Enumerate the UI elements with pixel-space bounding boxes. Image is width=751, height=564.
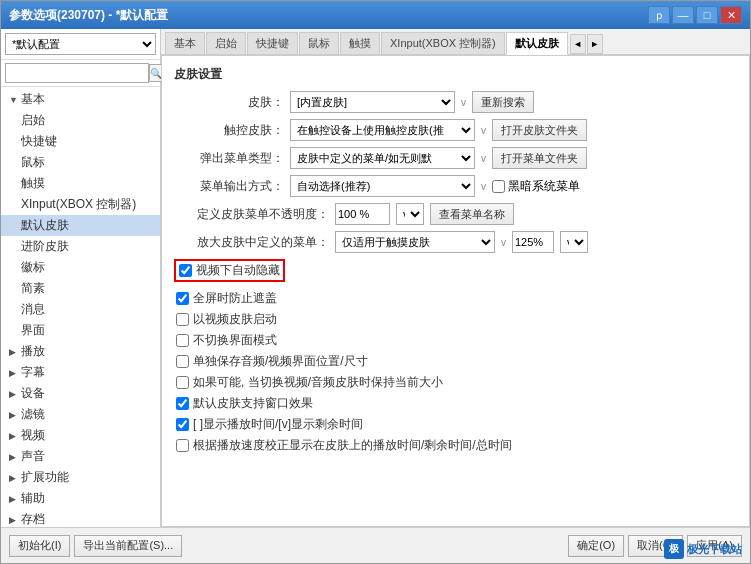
tree-item-subtitle[interactable]: ▶字幕 bbox=[1, 362, 160, 383]
menu-output-select[interactable]: 自动选择(推荐) bbox=[290, 175, 475, 197]
tree-item-simple[interactable]: 简素 bbox=[1, 278, 160, 299]
skin-select[interactable]: [内置皮肤] bbox=[290, 91, 455, 113]
maximize-button[interactable]: □ bbox=[696, 6, 718, 24]
open-skin-folder-button[interactable]: 打开皮肤文件夹 bbox=[492, 119, 587, 141]
popup-menu-label: 弹出菜单类型： bbox=[174, 150, 284, 167]
tree-item-start[interactable]: 启始 bbox=[1, 110, 160, 131]
panel-content: 皮肤设置 皮肤： [内置皮肤] v 重新搜索 触控皮肤： 在触控设备上使用触控皮… bbox=[161, 55, 750, 527]
dark-menu-checkbox[interactable] bbox=[492, 180, 505, 193]
checkbox-row-save_pos: 单独保存音频/视频界面位置/尺寸 bbox=[174, 353, 737, 370]
popup-menu-select[interactable]: 皮肤中定义的菜单/如无则默 bbox=[290, 147, 475, 169]
expand-icon: ▶ bbox=[9, 410, 19, 420]
tree-item-filter[interactable]: ▶滤镜 bbox=[1, 404, 160, 425]
config-dropdown[interactable]: *默认配置 bbox=[5, 33, 156, 55]
watermark-icon: 极 bbox=[664, 539, 684, 559]
checkbox-skin_window_effect[interactable] bbox=[176, 397, 189, 410]
bottom-left-buttons: 初始化(I) 导出当前配置(S)... bbox=[9, 535, 182, 557]
pin-button[interactable]: ｐ bbox=[648, 6, 670, 24]
tree-item-extend[interactable]: ▶扩展功能 bbox=[1, 467, 160, 488]
opacity-unit-select[interactable]: v bbox=[396, 203, 424, 225]
tab-mouse[interactable]: 鼠标 bbox=[299, 32, 339, 54]
tree-item-advancedskin[interactable]: 进阶皮肤 bbox=[1, 236, 160, 257]
checkbox-label-no_switch_ui: 不切换界面模式 bbox=[193, 332, 277, 349]
tab-hotkey[interactable]: 快捷键 bbox=[247, 32, 298, 54]
sidebar: *默认配置 🔍 ▼基本启始快捷键鼠标触摸XInput(XBOX 控制器)默认皮肤… bbox=[1, 29, 161, 527]
checkbox-label-auto_hide: 视频下自动隐藏 bbox=[196, 262, 280, 279]
opacity-row: 定义皮肤菜单不透明度： v 查看菜单名称 bbox=[174, 203, 737, 225]
dark-menu-text: 黑暗系统菜单 bbox=[508, 178, 580, 195]
tree-item-hotkey[interactable]: 快捷键 bbox=[1, 131, 160, 152]
title-buttons: ｐ — □ ✕ bbox=[648, 6, 742, 24]
tree-item-defaultskin[interactable]: 默认皮肤 bbox=[1, 215, 160, 236]
tab-nav-nav_right[interactable]: ► bbox=[587, 34, 603, 54]
expand-icon: ▶ bbox=[9, 389, 19, 399]
view-menu-names-button[interactable]: 查看菜单名称 bbox=[430, 203, 514, 225]
tree-item-touch[interactable]: 触摸 bbox=[1, 173, 160, 194]
highlight-box: 视频下自动隐藏 bbox=[174, 259, 285, 282]
main-area: 基本启始快捷键鼠标触摸XInput(XBOX 控制器)默认皮肤◄► 皮肤设置 皮… bbox=[161, 29, 750, 527]
checkbox-fullscreen_hide[interactable] bbox=[176, 292, 189, 305]
checkbox-auto_start_skin[interactable] bbox=[176, 313, 189, 326]
touch-skin-label: 触控皮肤： bbox=[174, 122, 284, 139]
touch-skin-row: 触控皮肤： 在触控设备上使用触控皮肤(推 v 打开皮肤文件夹 bbox=[174, 119, 737, 141]
expand-icon: ▶ bbox=[9, 368, 19, 378]
expand-icon: ▶ bbox=[9, 347, 19, 357]
checkbox-no_switch_ui[interactable] bbox=[176, 334, 189, 347]
tree-item-icon[interactable]: 徽标 bbox=[1, 257, 160, 278]
rescan-button[interactable]: 重新搜索 bbox=[472, 91, 534, 113]
zoom-skin-select[interactable]: 仅适用于触摸皮肤 bbox=[335, 231, 495, 253]
tree-item-device[interactable]: ▶设备 bbox=[1, 383, 160, 404]
checkbox-row-skin_window_effect: 默认皮肤支持窗口效果 bbox=[174, 395, 737, 412]
tab-start[interactable]: 启始 bbox=[206, 32, 246, 54]
tree-item-basic[interactable]: ▼基本 bbox=[1, 89, 160, 110]
touch-dropdown-arrow: v bbox=[481, 125, 486, 136]
checkbox-save_pos[interactable] bbox=[176, 355, 189, 368]
touch-skin-select[interactable]: 在触控设备上使用触控皮肤(推 bbox=[290, 119, 475, 141]
popup-dropdown-arrow: v bbox=[481, 153, 486, 164]
search-input[interactable] bbox=[5, 63, 149, 83]
tree-item-assist[interactable]: ▶辅助 bbox=[1, 488, 160, 509]
tree-item-interface[interactable]: 界面 bbox=[1, 320, 160, 341]
opacity-label: 定义皮肤菜单不透明度： bbox=[174, 206, 329, 223]
tree-item-xinput[interactable]: XInput(XBOX 控制器) bbox=[1, 194, 160, 215]
export-button[interactable]: 导出当前配置(S)... bbox=[74, 535, 182, 557]
opacity-input[interactable] bbox=[335, 203, 390, 225]
expand-icon: ▶ bbox=[9, 431, 19, 441]
tree-item-mouse[interactable]: 鼠标 bbox=[1, 152, 160, 173]
checkbox-row-no_switch_ui: 不切换界面模式 bbox=[174, 332, 737, 349]
tree-item-playback[interactable]: ▶播放 bbox=[1, 341, 160, 362]
highlighted-checkbox-wrap: 视频下自动隐藏 bbox=[174, 259, 737, 286]
init-button[interactable]: 初始化(I) bbox=[9, 535, 70, 557]
minimize-button[interactable]: — bbox=[672, 6, 694, 24]
expand-icon: ▶ bbox=[9, 494, 19, 504]
content-area: *默认配置 🔍 ▼基本启始快捷键鼠标触摸XInput(XBOX 控制器)默认皮肤… bbox=[1, 29, 750, 527]
tab-touch[interactable]: 触摸 bbox=[340, 32, 380, 54]
tab-xinput[interactable]: XInput(XBOX 控制器) bbox=[381, 32, 505, 54]
popup-menu-type-row: 弹出菜单类型： 皮肤中定义的菜单/如无则默 v 打开菜单文件夹 bbox=[174, 147, 737, 169]
bottom-bar: 初始化(I) 导出当前配置(S)... 极 极光下载站 确定(O) 取消(C) … bbox=[1, 527, 750, 563]
zoom-input[interactable] bbox=[512, 231, 554, 253]
checkbox-label-fullscreen_hide: 全屏时防止遮盖 bbox=[193, 290, 277, 307]
tab-defaultskin[interactable]: 默认皮肤 bbox=[506, 32, 568, 55]
checkbox-row-show_time: [ ]显示播放时间/[v]显示剩余时间 bbox=[174, 416, 737, 433]
ok-button[interactable]: 确定(O) bbox=[568, 535, 624, 557]
close-button[interactable]: ✕ bbox=[720, 6, 742, 24]
checkbox-label-save_pos: 单独保存音频/视频界面位置/尺寸 bbox=[193, 353, 368, 370]
checkbox-show_time[interactable] bbox=[176, 418, 189, 431]
tree-item-audio[interactable]: ▶声音 bbox=[1, 446, 160, 467]
checkbox-auto_hide[interactable] bbox=[179, 264, 192, 277]
tree-item-video[interactable]: ▶视频 bbox=[1, 425, 160, 446]
checkbox-correct_time[interactable] bbox=[176, 439, 189, 452]
bottom-right-buttons: 极 极光下载站 确定(O) 取消(C) 应用(A) bbox=[568, 535, 742, 557]
tree-item-message[interactable]: 消息 bbox=[1, 299, 160, 320]
open-menu-folder-button[interactable]: 打开菜单文件夹 bbox=[492, 147, 587, 169]
tab-basic[interactable]: 基本 bbox=[165, 32, 205, 54]
menu-output-arrow: v bbox=[481, 181, 486, 192]
tab-nav-nav_left[interactable]: ◄ bbox=[570, 34, 586, 54]
checkbox-label-auto_start_skin: 以视频皮肤启动 bbox=[193, 311, 277, 328]
expand-icon: ▼ bbox=[9, 95, 19, 105]
zoom-unit-select[interactable]: v bbox=[560, 231, 588, 253]
search-wrap: 🔍 bbox=[1, 60, 160, 87]
checkbox-keep_size[interactable] bbox=[176, 376, 189, 389]
tree-item-document[interactable]: ▶存档 bbox=[1, 509, 160, 527]
